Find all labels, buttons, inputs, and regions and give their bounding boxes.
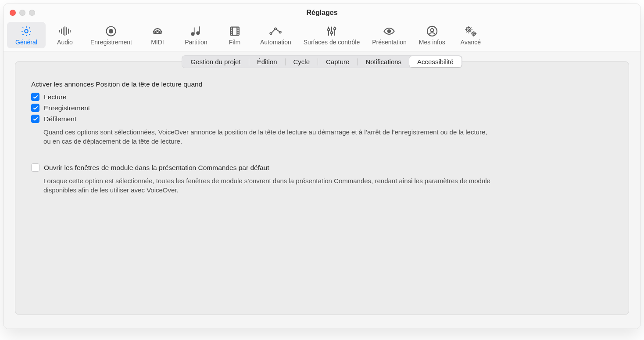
checkbox-row-scrubbing: Défilement	[31, 115, 522, 123]
svg-point-14	[191, 33, 194, 35]
checkbox-plugin-controls-view[interactable]	[31, 163, 39, 172]
automation-icon	[268, 25, 283, 38]
titlebar: Réglages	[4, 4, 640, 19]
accessibility-form: Activer les annonces Position de la tête…	[15, 68, 538, 195]
toolbar-item-label: Général	[15, 39, 37, 46]
checkbox-row-plugin-controls-view: Ouvrir les fenêtres de module dans la pr…	[31, 163, 522, 172]
toolbar-item-midi[interactable]: MIDI	[138, 22, 177, 48]
svg-point-12	[159, 32, 160, 33]
toolbar-item-label: Mes infos	[419, 39, 445, 46]
toolbar-item-label: Audio	[57, 39, 73, 46]
tab-accessibilite[interactable]: Accessibilité	[409, 56, 462, 67]
settings-window: Réglages Général	[4, 4, 640, 329]
sliders-icon	[326, 25, 338, 38]
toolbar-item-label: Surfaces de contrôle	[304, 39, 360, 46]
settings-panel: Gestion du projet Édition Cycle Capture …	[15, 61, 629, 315]
checkbox-scrubbing[interactable]	[31, 115, 39, 123]
music-notes-icon	[190, 25, 203, 38]
segmented-control: Gestion du projet Édition Cycle Capture …	[182, 55, 462, 68]
svg-line-30	[272, 29, 275, 33]
tab-gestion-du-projet[interactable]: Gestion du projet	[182, 56, 248, 67]
toolbar-item-general[interactable]: Général	[7, 22, 46, 48]
tab-edition[interactable]: Édition	[249, 56, 285, 67]
preferences-toolbar: Général Audio	[4, 19, 640, 51]
svg-point-38	[388, 30, 391, 33]
subsection-tabs: Gestion du projet Édition Cycle Capture …	[15, 55, 629, 68]
svg-point-44	[473, 33, 474, 34]
playhead-announcements-title: Activer les annonces Position de la tête…	[31, 80, 522, 88]
eye-icon	[383, 25, 396, 38]
toolbar-item-label: Présentation	[372, 39, 407, 46]
tab-notifications[interactable]: Notifications	[358, 56, 409, 67]
checkbox-row-playback: Lecture	[31, 93, 522, 101]
svg-point-37	[334, 28, 336, 30]
checkbox-recording[interactable]	[31, 104, 39, 112]
toolbar-item-label: Automation	[260, 39, 291, 46]
gear-icon	[20, 25, 32, 38]
traffic-lights	[10, 10, 35, 16]
svg-point-10	[155, 32, 156, 33]
minimize-window-button[interactable]	[19, 10, 25, 16]
record-icon	[105, 25, 117, 38]
checkbox-label: Défilement	[44, 115, 76, 123]
toolbar-item-score[interactable]: Partition	[177, 22, 215, 48]
svg-point-0	[25, 29, 28, 33]
midi-icon	[151, 25, 164, 38]
toolbar-item-my-info[interactable]: Mes infos	[413, 22, 451, 48]
zoom-window-button[interactable]	[29, 10, 35, 16]
svg-point-9	[109, 29, 113, 33]
svg-point-11	[157, 30, 158, 32]
svg-point-40	[430, 29, 433, 32]
toolbar-item-recording[interactable]: Enregistrement	[84, 22, 138, 48]
svg-point-41	[466, 27, 471, 32]
plugin-controls-view-help: Lorsque cette option est sélectionnée, t…	[43, 176, 495, 195]
toolbar-item-label: Enregistrement	[90, 39, 132, 46]
svg-point-33	[328, 29, 330, 31]
toolbar-item-label: Avancé	[461, 39, 481, 46]
svg-point-35	[331, 32, 333, 34]
film-icon	[229, 25, 241, 38]
svg-point-42	[468, 29, 469, 31]
checkbox-label: Enregistrement	[44, 104, 90, 112]
tab-cycle[interactable]: Cycle	[286, 56, 318, 67]
toolbar-item-audio[interactable]: Audio	[46, 22, 84, 48]
toolbar-item-label: Partition	[185, 39, 207, 46]
toolbar-item-label: MIDI	[151, 39, 164, 46]
checkbox-label: Ouvrir les fenêtres de module dans la pr…	[44, 164, 269, 172]
checkbox-row-recording: Enregistrement	[31, 104, 522, 112]
tab-capture[interactable]: Capture	[318, 56, 357, 67]
toolbar-item-label: Film	[229, 39, 240, 46]
waveform-icon	[58, 25, 72, 38]
playhead-announcements-help: Quand ces options sont sélectionnées, Vo…	[43, 127, 495, 146]
advanced-gears-icon	[464, 25, 477, 38]
checkbox-label: Lecture	[44, 93, 67, 101]
toolbar-item-film[interactable]: Film	[215, 22, 254, 48]
svg-point-16	[197, 32, 199, 34]
content-area: Gestion du projet Édition Cycle Capture …	[4, 51, 640, 329]
svg-point-43	[472, 32, 476, 36]
user-circle-icon	[426, 25, 438, 38]
window-title: Réglages	[4, 9, 640, 17]
svg-line-31	[276, 29, 279, 32]
toolbar-item-advanced[interactable]: Avancé	[451, 22, 490, 48]
toolbar-item-display[interactable]: Présentation	[366, 22, 413, 48]
toolbar-item-control-surfaces[interactable]: Surfaces de contrôle	[297, 22, 366, 48]
toolbar-item-automation[interactable]: Automation	[254, 22, 297, 48]
checkbox-playback[interactable]	[31, 93, 39, 101]
close-window-button[interactable]	[10, 10, 16, 16]
